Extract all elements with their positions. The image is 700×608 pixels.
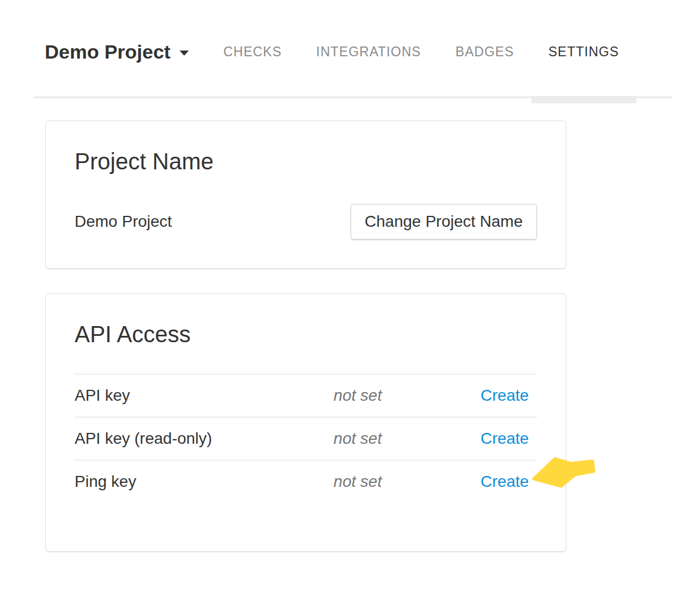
table-row-api-key-readonly: API key (read-only) not set Create — [75, 417, 537, 460]
settings-content: Project Name Demo Project Change Project… — [45, 121, 566, 552]
table-row-api-key: API key not set Create — [75, 374, 537, 417]
project-name-card-title: Project Name — [75, 149, 537, 174]
create-api-key-link[interactable]: Create — [481, 386, 529, 404]
api-key-readonly-value: not set — [333, 429, 472, 448]
project-header: Demo Project CHECKS INTEGRATIONS BADGES … — [34, 0, 672, 98]
tab-bar: CHECKS INTEGRATIONS BADGES SETTINGS — [206, 7, 636, 96]
tab-label: SETTINGS — [549, 44, 619, 60]
project-name-row: Demo Project Change Project Name — [75, 204, 537, 239]
api-keys-table: API key not set Create API key (read-onl… — [75, 374, 537, 503]
tab-settings[interactable]: SETTINGS — [531, 7, 636, 96]
current-project-name: Demo Project — [75, 212, 172, 231]
tab-checks[interactable]: CHECKS — [206, 7, 299, 96]
api-access-card: API Access API key not set Create API ke… — [45, 293, 566, 552]
tab-label: INTEGRATIONS — [316, 44, 421, 60]
tab-label: BADGES — [456, 44, 514, 60]
tab-badges[interactable]: BADGES — [438, 7, 531, 96]
tab-label: CHECKS — [223, 44, 282, 60]
create-api-key-readonly-link[interactable]: Create — [481, 429, 529, 447]
ping-key-value: not set — [333, 473, 472, 491]
tab-integrations[interactable]: INTEGRATIONS — [299, 7, 438, 96]
api-key-value: not set — [333, 386, 472, 405]
project-name-card: Project Name Demo Project Change Project… — [45, 121, 566, 269]
create-ping-key-link[interactable]: Create — [481, 473, 529, 490]
api-access-card-title: API Access — [75, 322, 537, 347]
project-switcher[interactable]: Demo Project — [45, 7, 189, 96]
table-row-ping-key: Ping key not set Create — [75, 460, 537, 503]
change-project-name-button[interactable]: Change Project Name — [351, 204, 537, 239]
project-title: Demo Project — [45, 41, 170, 63]
api-key-label: API key — [75, 386, 333, 405]
api-key-readonly-label: API key (read-only) — [75, 429, 333, 448]
ping-key-label: Ping key — [75, 473, 333, 491]
caret-down-icon — [180, 51, 189, 56]
